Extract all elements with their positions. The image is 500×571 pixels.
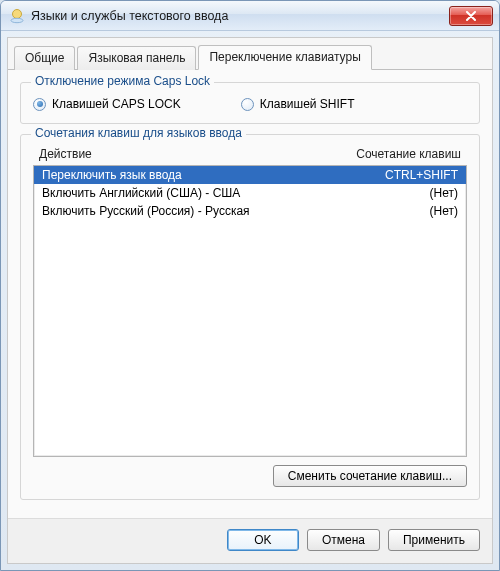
radio-dot-icon (241, 98, 254, 111)
list-item[interactable]: Включить Русский (Россия) - Русская (Нет… (34, 202, 466, 220)
tab-language-bar[interactable]: Языковая панель (77, 46, 196, 70)
radio-shift-label: Клавишей SHIFT (260, 97, 355, 111)
list-action: Включить Английский (США) - США (42, 186, 240, 200)
list-item[interactable]: Переключить язык ввода CTRL+SHIFT (34, 166, 466, 184)
hotkeys-legend: Сочетания клавиш для языков ввода (31, 126, 246, 140)
app-icon (9, 8, 25, 24)
close-icon (465, 11, 477, 21)
list-item[interactable]: Включить Английский (США) - США (Нет) (34, 184, 466, 202)
hotkeys-list[interactable]: Переключить язык ввода CTRL+SHIFT Включи… (33, 165, 467, 457)
svg-point-0 (13, 9, 22, 18)
window-title: Языки и службы текстового ввода (31, 9, 449, 23)
capslock-radio-row: Клавишей CAPS LOCK Клавишей SHIFT (33, 93, 467, 111)
capslock-legend: Отключение режима Caps Lock (31, 74, 214, 88)
close-button[interactable] (449, 6, 493, 26)
list-action: Переключить язык ввода (42, 168, 182, 182)
ok-button[interactable]: OK (227, 529, 299, 551)
hotkeys-groupbox: Сочетания клавиш для языков ввода Действ… (20, 134, 480, 500)
radio-dot-icon (33, 98, 46, 111)
change-combo-row: Сменить сочетание клавиш... (33, 457, 467, 487)
col-action: Действие (39, 147, 92, 161)
radio-shift[interactable]: Клавишей SHIFT (241, 97, 355, 111)
tabstrip: Общие Языковая панель Переключение клави… (8, 38, 492, 70)
list-combo: (Нет) (430, 186, 458, 200)
capslock-groupbox: Отключение режима Caps Lock Клавишей CAP… (20, 82, 480, 124)
change-shortcut-button[interactable]: Сменить сочетание клавиш... (273, 465, 467, 487)
svg-point-1 (11, 18, 23, 22)
list-action: Включить Русский (Россия) - Русская (42, 204, 250, 218)
tabpage-keyboard-switch: Отключение режима Caps Lock Клавишей CAP… (8, 70, 492, 518)
list-combo: (Нет) (430, 204, 458, 218)
col-combo: Сочетание клавиш (356, 147, 461, 161)
tab-keyboard-switch[interactable]: Переключение клавиатуры (198, 45, 371, 70)
cancel-button[interactable]: Отмена (307, 529, 380, 551)
list-combo: CTRL+SHIFT (385, 168, 458, 182)
apply-button[interactable]: Применить (388, 529, 480, 551)
dialog-window: Языки и службы текстового ввода Общие Яз… (0, 0, 500, 571)
radio-capslock[interactable]: Клавишей CAPS LOCK (33, 97, 181, 111)
tab-general[interactable]: Общие (14, 46, 75, 70)
list-header: Действие Сочетание клавиш (33, 145, 467, 165)
radio-capslock-label: Клавишей CAPS LOCK (52, 97, 181, 111)
dialog-footer: OK Отмена Применить (8, 518, 492, 563)
titlebar[interactable]: Языки и службы текстового ввода (1, 1, 499, 31)
client-area: Общие Языковая панель Переключение клави… (7, 37, 493, 564)
